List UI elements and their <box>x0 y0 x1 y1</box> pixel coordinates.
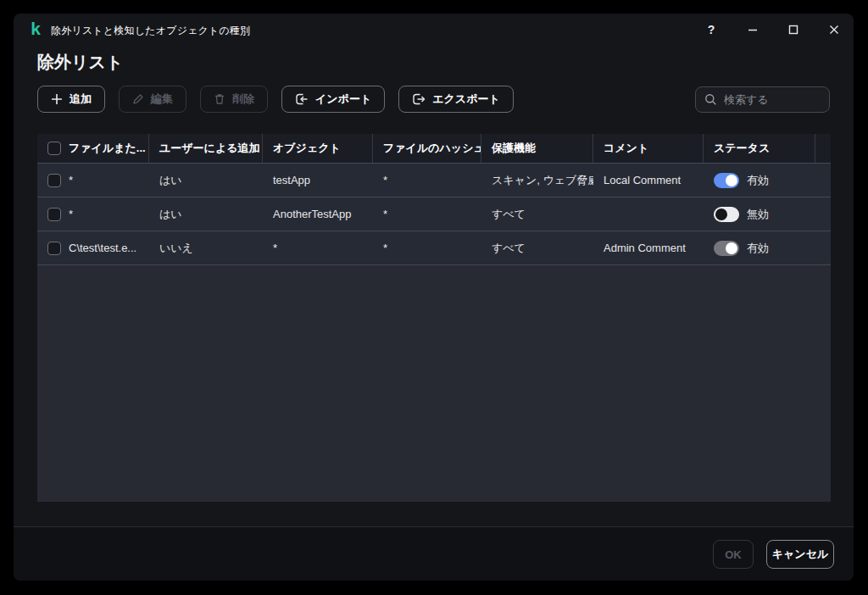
cell-status: 有効 <box>704 164 815 197</box>
window-title: 除外リストと検知したオブジェクトの種別 <box>51 24 250 38</box>
cell-file-hash: * <box>373 197 481 231</box>
titlebar: k 除外リストと検知したオブジェクトの種別 ? <box>14 14 854 44</box>
header-file: ファイルまた... <box>37 134 149 163</box>
cell-comment: Admin Comment <box>593 231 704 264</box>
table-row[interactable]: * はい testApp * スキャン, ウェブ脅威... Local Comm… <box>37 163 831 197</box>
exclusions-dialog-window: k 除外リストと検知したオブジェクトの種別 ? 除外リスト 追加 編集 削除 <box>14 14 854 581</box>
exclusions-table: ファイルまた... ユーザーによる追加 オブジェクト ファイルのハッシュ 保護機… <box>37 134 831 502</box>
import-button[interactable]: インポート <box>281 86 385 113</box>
cell-file: C\test\test.e... <box>37 231 149 264</box>
delete-button-label: 削除 <box>232 92 254 107</box>
cell-object: * <box>263 231 373 264</box>
toolbar: 追加 編集 削除 インポート エクスポート <box>37 86 830 113</box>
select-all-checkbox[interactable] <box>47 142 61 155</box>
delete-button[interactable]: 削除 <box>200 86 268 113</box>
cell-comment: Local Comment <box>593 164 704 197</box>
edit-button-label: 編集 <box>151 92 173 107</box>
table-row[interactable]: C\test\test.e... いいえ * * すべて Admin Comme… <box>37 231 831 264</box>
export-button[interactable]: エクスポート <box>398 86 514 113</box>
edit-button[interactable]: 編集 <box>119 86 186 113</box>
maximize-button[interactable] <box>786 22 801 37</box>
add-button-label: 追加 <box>70 92 92 107</box>
header-spacer <box>815 134 831 163</box>
toggle-knob <box>726 175 737 186</box>
cell-object: AnotherTestApp <box>263 197 373 231</box>
footer-bar: OK キャンセル <box>14 526 854 581</box>
cell-protection: すべて <box>481 231 593 264</box>
close-icon <box>829 25 839 35</box>
row-checkbox[interactable] <box>47 242 61 255</box>
toggle-knob <box>726 242 737 254</box>
cell-added-by-user: はい <box>149 197 263 231</box>
cell-protection: スキャン, ウェブ脅威... <box>481 164 593 197</box>
trash-icon <box>214 93 225 105</box>
status-label: 無効 <box>747 207 769 222</box>
table-header-row: ファイルまた... ユーザーによる追加 オブジェクト ファイルのハッシュ 保護機… <box>37 134 831 163</box>
cell-spacer <box>815 231 836 264</box>
pencil-icon <box>132 93 144 105</box>
toggle-knob <box>715 209 727 220</box>
cell-added-by-user: いいえ <box>149 231 263 264</box>
cell-comment <box>593 197 704 231</box>
status-label: 有効 <box>747 241 769 256</box>
cancel-button[interactable]: キャンセル <box>766 540 834 569</box>
add-button[interactable]: 追加 <box>37 86 105 113</box>
ok-button[interactable]: OK <box>713 540 754 569</box>
cell-file-hash: * <box>373 164 481 197</box>
row-checkbox[interactable] <box>47 208 61 221</box>
kaspersky-logo-icon: k <box>27 19 44 38</box>
cell-spacer <box>815 164 836 197</box>
status-toggle[interactable] <box>714 207 739 222</box>
plus-icon <box>51 93 63 105</box>
search-icon <box>704 93 717 106</box>
import-icon <box>295 92 309 106</box>
close-button[interactable] <box>826 22 842 37</box>
export-button-label: エクスポート <box>432 92 500 107</box>
status-toggle[interactable] <box>714 173 739 188</box>
cell-object: testApp <box>263 164 373 197</box>
cell-file-hash: * <box>373 231 481 264</box>
cell-status: 無効 <box>704 197 815 231</box>
search-input[interactable] <box>724 93 821 106</box>
header-status: ステータス <box>704 134 815 163</box>
status-toggle[interactable] <box>714 241 739 256</box>
row-checkbox[interactable] <box>47 174 61 187</box>
header-added-by-user: ユーザーによる追加 <box>149 134 263 163</box>
export-icon <box>412 92 426 106</box>
search-box <box>695 86 830 113</box>
table-empty-area <box>37 264 831 502</box>
minimize-button[interactable] <box>745 22 760 37</box>
header-comment: コメント <box>593 134 704 163</box>
minimize-icon <box>748 25 758 35</box>
import-button-label: インポート <box>315 92 371 107</box>
table-row[interactable]: * はい AnotherTestApp * すべて 無効 <box>37 197 831 231</box>
page-title: 除外リスト <box>37 51 123 74</box>
status-label: 有効 <box>747 173 769 188</box>
maximize-icon <box>788 25 798 35</box>
header-file-hash: ファイルのハッシュ <box>373 134 481 163</box>
cell-file: * <box>37 164 149 197</box>
cell-spacer <box>815 197 836 231</box>
header-protection: 保護機能 <box>481 134 593 163</box>
cell-status: 有効 <box>704 231 815 264</box>
help-button[interactable]: ? <box>704 22 719 37</box>
header-object: オブジェクト <box>263 134 373 163</box>
cell-protection: すべて <box>481 197 593 231</box>
cell-added-by-user: はい <box>149 164 263 197</box>
cell-file: * <box>37 197 149 231</box>
